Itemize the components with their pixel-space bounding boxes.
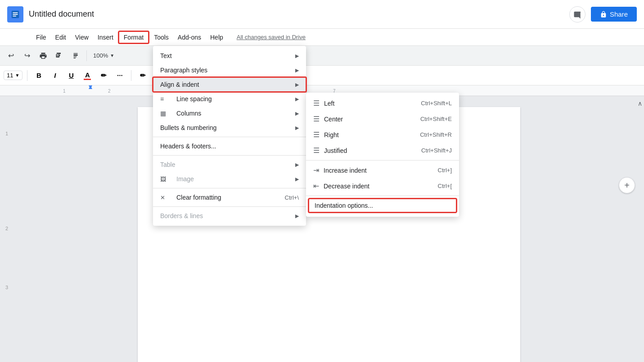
app-icon	[7, 6, 23, 22]
text-color-button[interactable]: A	[81, 69, 94, 82]
linespacing-arrow-icon: ▶	[295, 96, 299, 102]
format-dropdown: Text ▶ Paragraph styles ▶ Align & indent…	[153, 46, 306, 226]
format-menu-align[interactable]: Align & indent ▶	[153, 77, 306, 92]
format-menu-clear[interactable]: ✕ Clear formatting Ctrl+\	[153, 190, 306, 205]
dropdown-sep-4	[153, 206, 306, 207]
increase-indent-shortcut: Ctrl+]	[438, 167, 452, 174]
comment-button[interactable]	[569, 6, 585, 22]
format-menu-bullets-label: Bullets & numbering	[160, 124, 216, 131]
bullets-arrow-icon: ▶	[295, 125, 299, 131]
align-sep-1	[306, 160, 459, 161]
format-menu-text[interactable]: Text ▶	[153, 49, 306, 63]
svg-rect-3	[13, 15, 16, 16]
indentation-options-label: Indentation options...	[315, 202, 373, 209]
format-menu-image-label: Image	[176, 175, 194, 183]
format-menu-clear-label: Clear formatting	[176, 194, 221, 201]
menu-file[interactable]: File	[32, 32, 51, 43]
format-paint-button[interactable]	[68, 49, 83, 63]
format-menu-bullets[interactable]: Bullets & numbering ▶	[153, 121, 306, 135]
format-menu-paragraph[interactable]: Paragraph styles ▶	[153, 63, 306, 77]
decrease-indent[interactable]: ⇤ Decrease indent Ctrl+[	[306, 178, 459, 194]
increase-indent[interactable]: ⇥ Increase indent Ctrl+]	[306, 162, 459, 178]
menu-tools[interactable]: Tools	[149, 32, 173, 43]
align-justified-label: Justified	[324, 147, 347, 154]
image-icon: 🖼	[160, 176, 169, 183]
format-menu-linespacing[interactable]: ≡ Line spacing ▶	[153, 92, 306, 106]
left-margin: 1 2 3	[0, 96, 14, 362]
font-size-arrow: ▼	[15, 73, 19, 78]
align-left-label: Left	[324, 100, 334, 107]
menu-edit[interactable]: Edit	[51, 32, 71, 43]
align-left-icon: ☰	[313, 99, 320, 107]
indentation-options[interactable]: Indentation options...	[308, 198, 457, 213]
align-justified[interactable]: ☰ Justified Ctrl+Shift+J	[306, 143, 459, 158]
zoom-arrow: ▼	[110, 53, 114, 58]
format-menu-text-label: Text	[160, 52, 172, 59]
italic-button[interactable]: I	[48, 69, 62, 82]
menu-help[interactable]: Help	[206, 32, 228, 43]
text-arrow-icon: ▶	[295, 53, 299, 59]
font-toolbar: 11 ▼ B I U A ✏ ··· ✏ ∧	[0, 66, 644, 85]
align-submenu: ☰ Left Ctrl+Shift+L ☰ Center Ctrl+Shift+…	[306, 93, 459, 217]
document-title: Untitled document	[29, 9, 94, 19]
font-size-control[interactable]: 11 ▼	[4, 71, 23, 80]
edit-button[interactable]: ✏	[136, 69, 149, 82]
decrease-indent-label: Decrease indent	[324, 183, 369, 190]
clear-icon: ✕	[160, 194, 169, 201]
increase-indent-icon: ⇥	[313, 166, 319, 174]
bold-button[interactable]: B	[32, 69, 45, 82]
align-center[interactable]: ☰ Center Ctrl+Shift+E	[306, 111, 459, 127]
redo-button[interactable]: ↪	[20, 49, 34, 63]
more-button[interactable]: ···	[113, 69, 126, 82]
format-menu-headers[interactable]: Headers & footers...	[153, 139, 306, 153]
align-center-icon: ☰	[313, 115, 320, 123]
underline-button[interactable]: U	[64, 69, 78, 82]
align-right-shortcut: Ctrl+Shift+R	[420, 131, 452, 138]
align-arrow-icon: ▶	[295, 82, 299, 88]
increase-indent-label: Increase indent	[324, 167, 367, 174]
toolbar: ↩ ↪ 100% ▼	[0, 46, 644, 66]
menu-addons[interactable]: Add-ons	[173, 32, 206, 43]
format-menu-table-label: Table	[160, 161, 175, 168]
svg-text:1: 1	[63, 89, 66, 94]
menu-bar: File Edit View Insert Format Tools Add-o…	[0, 29, 644, 46]
align-left[interactable]: ☰ Left Ctrl+Shift+L	[306, 95, 459, 111]
menu-insert[interactable]: Insert	[93, 32, 118, 43]
align-right[interactable]: ☰ Right Ctrl+Shift+R	[306, 127, 459, 143]
dropdown-sep-2	[153, 155, 306, 156]
align-justified-shortcut: Ctrl+Shift+J	[421, 147, 452, 154]
scroll-up-button[interactable]: ∧	[638, 100, 642, 107]
align-sep-2	[306, 196, 459, 196]
format-menu-borders: Borders & lines ▶	[153, 209, 306, 223]
format-menu-columns[interactable]: ▦ Columns ▶	[153, 106, 306, 121]
print-button[interactable]	[36, 49, 50, 63]
align-center-shortcut: Ctrl+Shift+E	[420, 116, 452, 122]
dropdown-sep-3	[153, 188, 306, 188]
save-status: All changes saved in Drive	[237, 34, 306, 40]
format-menu-columns-label: Columns	[176, 110, 201, 117]
share-button[interactable]: Share	[591, 7, 637, 22]
menu-format[interactable]: Format	[118, 31, 149, 44]
columns-arrow-icon: ▶	[295, 111, 299, 116]
toolbar-separator-1	[86, 50, 87, 61]
format-menu-paragraph-label: Paragraph styles	[160, 67, 207, 74]
font-toolbar-sep-2	[131, 70, 131, 81]
format-menu-headers-label: Headers & footers...	[160, 143, 216, 150]
zoom-control[interactable]: 100% ▼	[90, 52, 117, 59]
svg-text:2: 2	[108, 89, 111, 94]
align-justified-icon: ☰	[313, 146, 320, 155]
image-arrow-icon: ▶	[295, 176, 299, 182]
highlight-button[interactable]: ✏	[97, 69, 110, 82]
paint-format-button[interactable]	[52, 49, 67, 63]
svg-rect-1	[13, 12, 18, 13]
align-left-shortcut: Ctrl+Shift+L	[421, 100, 452, 107]
menu-view[interactable]: View	[71, 32, 93, 43]
svg-rect-2	[13, 14, 18, 15]
undo-button[interactable]: ↩	[4, 49, 18, 63]
table-arrow-icon: ▶	[295, 162, 299, 168]
add-button[interactable]: +	[619, 177, 635, 193]
decrease-indent-icon: ⇤	[313, 182, 319, 190]
format-menu-linespacing-label: Line spacing	[176, 95, 212, 103]
align-right-icon: ☰	[313, 130, 320, 139]
paragraph-arrow-icon: ▶	[295, 67, 299, 73]
